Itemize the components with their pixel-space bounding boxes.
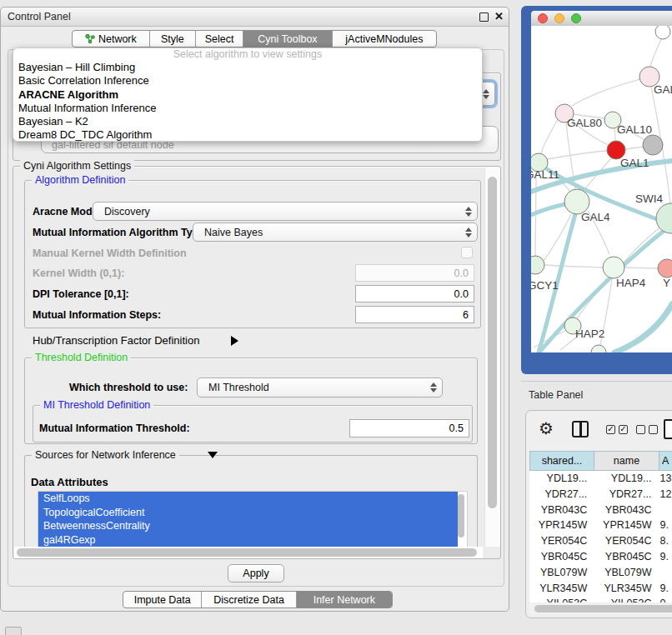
algorithm-definition-title: Algorithm Definition	[32, 174, 128, 187]
node-label: HAP2	[575, 328, 604, 340]
node-label: GCY1	[531, 279, 559, 292]
table-horizontal-scrollbar[interactable]	[529, 603, 672, 614]
network-edges-thick	[531, 161, 672, 352]
select-all-checkboxes-icon[interactable]: ✓✓	[606, 425, 628, 434]
menu-item[interactable]: Mutual Information Inference	[13, 102, 482, 115]
node-label: GAL80	[567, 117, 602, 129]
manual-kernel-checkbox[interactable]	[461, 247, 473, 258]
tab-network-label: Network	[98, 33, 137, 45]
menu-item[interactable]: Basic Correlation Inference	[13, 74, 482, 88]
table-row[interactable]: YBL079WYBL079W	[529, 565, 672, 581]
mi-algorithm-type-value: Naive Bayes	[204, 223, 263, 241]
data-attributes-list[interactable]: SelfLoops TopologicalCoefficient Between…	[38, 491, 468, 548]
settings-horizontal-scrollbar[interactable]	[14, 547, 483, 558]
dpi-tolerance-field[interactable]: 0.0	[355, 285, 474, 302]
table-row[interactable]: YBR045CYBR045C9.	[529, 549, 672, 565]
cyni-settings-title: Cyni Algorithm Settings	[20, 160, 134, 172]
scrollbar-thumb[interactable]	[534, 605, 672, 612]
node-label: SWI4	[635, 192, 663, 205]
table-row[interactable]: YBR043CYBR043C	[529, 502, 672, 518]
hub-section-label[interactable]: Hub/Transcription Factor Definition	[33, 333, 199, 348]
table-body[interactable]: YDL19...YDL19...13 YDR27...YDR27...12 YB…	[529, 471, 672, 602]
scrollbar-thumb[interactable]	[488, 177, 497, 508]
control-panel-titlebar[interactable]: Control Panel ✕	[1, 8, 509, 27]
list-item[interactable]: gal4RGexp	[38, 533, 458, 548]
node[interactable]	[531, 256, 544, 274]
network-window-titlebar[interactable]	[531, 11, 672, 27]
list-item[interactable]: BetweennessCentrality	[38, 519, 458, 533]
minimize-traffic-light-icon[interactable]	[554, 13, 564, 23]
tab-style[interactable]: Style	[149, 31, 195, 47]
node[interactable]	[655, 26, 670, 39]
node[interactable]	[643, 135, 663, 155]
tab-style-label: Style	[161, 33, 184, 45]
deselect-all-checkboxes-icon[interactable]	[636, 425, 658, 434]
screen: Control Panel ✕ Network Style	[0, 0, 672, 635]
column-header-clipped[interactable]: A	[659, 451, 672, 471]
settings-vertical-scrollbar[interactable]	[484, 168, 500, 547]
table-row[interactable]: YDR27...YDR27...12	[529, 487, 672, 502]
table-row[interactable]: YIL053CYIL053C0.	[529, 596, 672, 602]
divider	[521, 381, 672, 382]
column-header-name[interactable]: name	[594, 451, 659, 471]
column-header-shared-name[interactable]: shared...	[529, 451, 594, 471]
zoom-traffic-light-icon[interactable]	[571, 13, 581, 23]
table-row[interactable]: YLR345WYLR345W9.	[529, 581, 672, 597]
mi-steps-field[interactable]: 6	[355, 306, 474, 323]
tab-select[interactable]: Select	[195, 31, 243, 47]
tab-infer-network-label: Infer Network	[313, 594, 375, 606]
node[interactable]	[658, 259, 672, 278]
column-layout-icon[interactable]	[572, 421, 589, 438]
float-window-icon[interactable]	[479, 12, 489, 22]
close-traffic-light-icon[interactable]	[538, 13, 548, 23]
tab-cyni-toolbox-label: Cyni Toolbox	[258, 33, 317, 45]
table-row[interactable]: YPR145WYPR145W9.	[529, 518, 672, 533]
algorithm-menu-placeholder: Select algorithm to view settings	[13, 48, 482, 61]
network-icon	[85, 33, 95, 44]
tab-discretize-data[interactable]: Discretize Data	[201, 592, 295, 608]
which-threshold-label: Which threshold to use:	[69, 381, 188, 394]
control-panel-window: Control Panel ✕ Network Style	[0, 7, 509, 612]
close-icon[interactable]: ✕	[494, 8, 504, 26]
mi-algorithm-type-label: Mutual Information Algorithm Type:	[33, 226, 208, 239]
node-label: GAL11	[531, 168, 559, 181]
mi-threshold-field[interactable]: 0.5	[349, 419, 469, 438]
stepper-arrows-icon	[465, 207, 472, 217]
gear-icon[interactable]: ⚙	[539, 420, 554, 437]
minimized-panel-icon[interactable]	[5, 627, 22, 635]
tab-cyni-toolbox[interactable]: Cyni Toolbox	[243, 31, 332, 47]
kernel-width-field[interactable]: 0.0	[355, 264, 474, 282]
menu-item[interactable]: Bayesian – Hill Climbing	[13, 61, 482, 74]
tab-select-label: Select	[205, 33, 234, 45]
mi-algorithm-type-combobox[interactable]: Naive Bayes	[193, 222, 478, 242]
list-item[interactable]: TopologicalCoefficient	[38, 506, 458, 520]
table-panel: ⚙ ✓✓ shared... name A YDL19...YDL19...13…	[525, 410, 672, 618]
apply-button[interactable]: Apply	[228, 564, 284, 582]
expanded-arrow-icon[interactable]	[208, 452, 218, 458]
tab-network[interactable]: Network	[73, 31, 149, 47]
node[interactable]	[591, 345, 606, 352]
aracne-mode-combobox[interactable]: Discovery	[93, 202, 478, 221]
tab-impute-data[interactable]: Impute Data	[123, 592, 201, 608]
control-panel-title: Control Panel	[8, 8, 71, 26]
node[interactable]	[603, 257, 624, 278]
menu-item[interactable]: Dream8 DC_TDC Algorithm	[13, 128, 482, 142]
list-scrollbar-thumb[interactable]	[458, 494, 464, 538]
table-row[interactable]: YDL19...YDL19...13	[529, 471, 672, 487]
which-threshold-combobox[interactable]: MI Threshold	[197, 378, 443, 398]
menu-item[interactable]: Bayesian – K2	[13, 115, 482, 128]
algorithm-dropdown-menu: Select algorithm to view settings Bayesi…	[13, 48, 483, 142]
stepper-arrows-icon	[430, 382, 437, 392]
tab-jactivemnodules[interactable]: jActiveMNodules	[332, 31, 436, 47]
table-row[interactable]: YER054CYER054C8.	[529, 533, 672, 549]
menu-item-selected[interactable]: ARACNE Algorithm	[13, 88, 482, 102]
scrollbar-thumb[interactable]	[17, 548, 477, 557]
network-view-canvas[interactable]: GAL GAL80 GAL10 GAL1 GAL11 SWI4 GAL4 HAP…	[531, 26, 672, 352]
tab-impute-data-label: Impute Data	[134, 594, 191, 606]
new-table-icon[interactable]	[664, 419, 672, 439]
node-label: Y	[663, 277, 670, 289]
collapsed-arrow-icon[interactable]	[231, 336, 238, 346]
tab-jactivemnodules-label: jActiveMNodules	[345, 33, 423, 45]
tab-infer-network[interactable]: Infer Network	[296, 592, 392, 608]
list-item[interactable]: SelfLoops	[38, 492, 458, 506]
